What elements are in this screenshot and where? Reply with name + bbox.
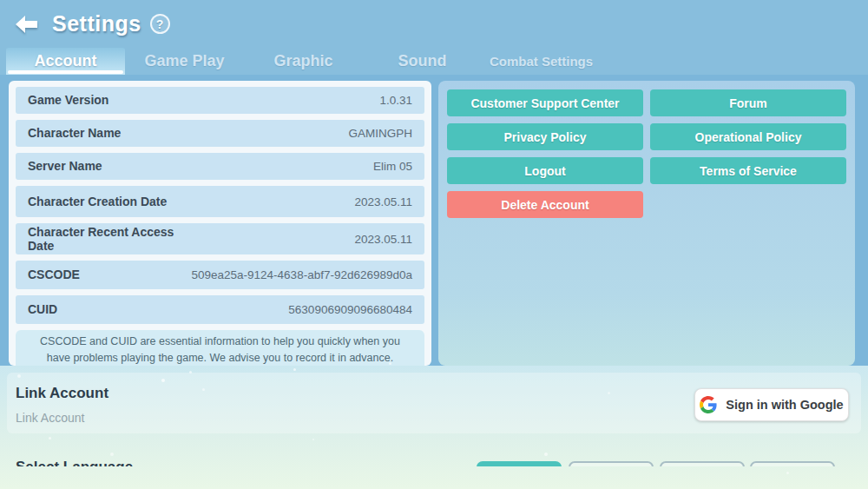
privacy-policy-button[interactable]: Privacy Policy [447,123,643,150]
back-button[interactable] [14,13,40,36]
tab-bar: Account Game Play Graphic Sound Combat S… [0,48,868,75]
select-language-heading: Select Language [16,459,133,466]
language-option-pill[interactable] [750,461,835,466]
bottom-section: Link Account Link Account Sign in with G… [0,366,868,489]
info-value: 5630906909096680484 [288,303,412,316]
info-value: 2023.05.11 [354,195,412,208]
back-arrow-icon [16,15,38,34]
info-row-cuid: CUID 5630906909096680484 [16,295,424,324]
cscode-cuid-note: CSCODE and CUID are essential informatio… [16,330,424,370]
account-actions-panel: Customer Support Center Forum Privacy Po… [438,81,855,366]
info-value: 509ea25a-9124-4638-abf7-92d626989d0a [192,268,412,281]
terms-of-service-button[interactable]: Terms of Service [650,157,846,184]
page-title: Settings [52,11,141,36]
info-row-character-name: Character Name GAMINGPH [16,120,424,147]
info-value: 2023.05.11 [354,233,412,246]
info-label: CUID [28,302,57,316]
info-value: GAMINGPH [348,127,412,140]
language-option-pill[interactable] [660,461,745,466]
logout-button[interactable]: Logout [447,157,643,184]
clipped-scroll-region: Select Language [0,366,868,466]
settings-screen: Settings ? Account Game Play Graphic Sou… [0,0,868,489]
account-tab-content: Game Version 1.0.31 Character Name GAMIN… [0,75,868,366]
info-label: Character Name [28,126,121,140]
info-label: CSCODE [28,268,80,281]
info-value: Elim 05 [373,160,412,173]
info-row-game-version: Game Version 1.0.31 [16,87,424,114]
header: Settings ? [0,0,868,48]
info-row-server-name: Server Name Elim 05 [16,153,424,180]
language-option-pill[interactable] [569,461,654,466]
info-label: Server Name [28,159,102,173]
tab-game-play[interactable]: Game Play [125,48,244,75]
language-option-pill-selected[interactable] [477,461,562,466]
info-label: Character Recent Access Date [28,225,180,253]
tab-account[interactable]: Account [6,48,125,75]
info-label: Character Creation Date [28,195,167,208]
info-row-cscode: CSCODE 509ea25a-9124-4638-abf7-92d626989… [16,261,424,289]
customer-support-button[interactable]: Customer Support Center [447,89,643,116]
note-text: CSCODE and CUID are essential informatio… [31,334,409,367]
account-info-panel: Game Version 1.0.31 Character Name GAMIN… [9,81,431,366]
tab-graphic[interactable]: Graphic [244,48,363,75]
delete-account-button[interactable]: Delete Account [447,191,643,218]
info-row-recent-access-date: Character Recent Access Date 2023.05.11 [16,223,424,254]
forum-button[interactable]: Forum [650,89,846,116]
info-value: 1.0.31 [379,94,412,107]
operational-policy-button[interactable]: Operational Policy [650,123,846,150]
info-label: Game Version [28,93,108,107]
tab-sound[interactable]: Sound [363,48,482,75]
tab-combat-settings[interactable]: Combat Settings [482,48,601,75]
info-row-creation-date: Character Creation Date 2023.05.11 [16,186,424,217]
help-icon[interactable]: ? [150,14,170,34]
